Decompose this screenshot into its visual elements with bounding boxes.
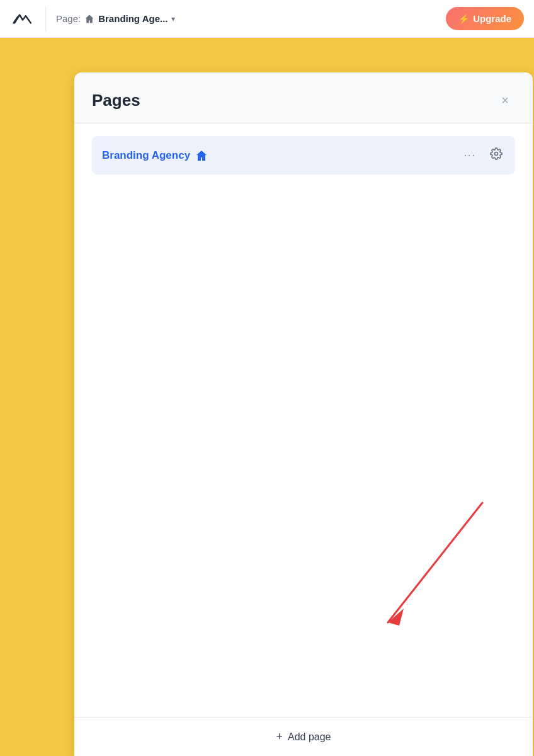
close-button[interactable]: × — [495, 90, 515, 110]
header-home-icon — [84, 14, 94, 24]
header-page-name: Branding Age... — [98, 13, 168, 24]
page-item-branding-agency[interactable]: Branding Agency ··· — [92, 136, 515, 175]
arrow-annotation — [306, 496, 495, 654]
pages-title: Pages — [92, 91, 140, 110]
chevron-down-icon[interactable]: ▾ — [171, 14, 175, 23]
main-area: Pages × Branding Agency ··· — [0, 38, 534, 756]
page-item-actions: ··· — [460, 145, 505, 166]
logo — [10, 6, 35, 32]
page-item-name: Branding Agency — [102, 149, 190, 162]
page-more-button[interactable]: ··· — [460, 147, 480, 164]
pages-panel: Pages × Branding Agency ··· — [74, 72, 533, 756]
header-divider — [45, 6, 46, 32]
add-page-button[interactable]: + Add page — [276, 730, 331, 743]
add-page-label: Add page — [288, 731, 331, 743]
svg-marker-2 — [388, 609, 404, 626]
bolt-icon: ⚡ — [458, 14, 469, 24]
add-page-footer: + Add page — [74, 717, 533, 756]
page-home-icon — [195, 149, 208, 162]
svg-point-0 — [495, 152, 498, 156]
page-item-left: Branding Agency — [102, 149, 208, 162]
page-settings-button[interactable] — [487, 145, 505, 166]
page-info: Page: Branding Age... ▾ — [56, 13, 446, 24]
pages-header: Pages × — [74, 72, 533, 123]
pages-content: Branding Agency ··· — [74, 123, 533, 717]
gear-icon — [490, 147, 503, 160]
close-icon: × — [501, 93, 509, 108]
upgrade-label: Upgrade — [473, 13, 511, 24]
upgrade-button[interactable]: ⚡ Upgrade — [446, 7, 524, 30]
page-label: Page: — [56, 13, 81, 24]
plus-icon: + — [276, 730, 283, 743]
svg-line-1 — [388, 503, 482, 622]
header: Page: Branding Age... ▾ ⚡ Upgrade — [0, 0, 534, 38]
